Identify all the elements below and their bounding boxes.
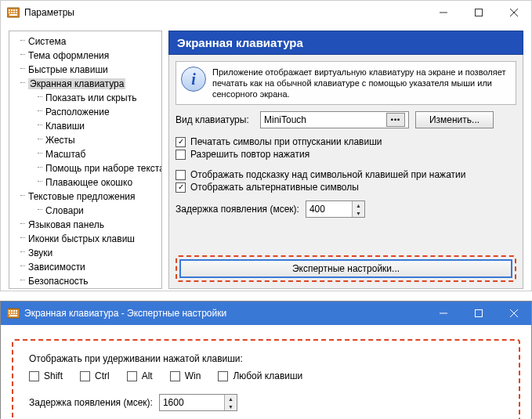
checkbox-label: Win — [185, 370, 201, 381]
checkbox-label: Shift — [44, 370, 63, 381]
tree-item[interactable]: Жесты — [11, 133, 160, 147]
tree-item-label: Быстрые клавиши — [28, 64, 108, 75]
svg-rect-19 — [9, 312, 10, 314]
svg-rect-5 — [9, 12, 10, 13]
spinner-up-icon[interactable]: ▲ — [225, 395, 237, 403]
checkbox-label: Ctrl — [95, 370, 110, 381]
checkbox-icon — [176, 137, 186, 147]
tree-item-label: Экранная клавиатура — [28, 78, 125, 89]
tree-item[interactable]: Языковая панель — [11, 218, 160, 232]
tree-item[interactable]: Система — [11, 34, 160, 49]
svg-rect-18 — [16, 310, 17, 312]
checkbox-icon — [29, 371, 39, 381]
app-icon — [7, 6, 20, 19]
minimize-button[interactable] — [425, 302, 461, 325]
svg-rect-7 — [13, 12, 15, 13]
tree-item[interactable]: Клавиши — [11, 119, 160, 133]
spinner-up-icon[interactable]: ▲ — [353, 201, 364, 209]
checkbox-icon — [218, 371, 228, 381]
svg-rect-20 — [11, 312, 13, 314]
checkbox-any-key[interactable]: Любой клавиши — [218, 370, 302, 381]
browse-button[interactable]: ••• — [386, 113, 405, 127]
change-button[interactable]: Изменить... — [415, 111, 494, 128]
maximize-button[interactable] — [461, 1, 496, 24]
checkbox-label: Отображать альтернативные символы — [190, 182, 359, 193]
spinner-down-icon[interactable]: ▼ — [353, 209, 364, 217]
close-button[interactable] — [496, 1, 531, 24]
tree-item-label: Масштаб — [45, 149, 85, 160]
close-button[interactable] — [496, 302, 531, 325]
svg-rect-8 — [16, 12, 17, 13]
tree-item[interactable]: Масштаб — [11, 147, 160, 161]
checkbox-label: Разрешить повтор нажатия — [190, 149, 309, 160]
tree-item-label: Показать или скрыть — [45, 92, 136, 103]
change-button-label: Изменить... — [429, 114, 480, 125]
checkbox-label: Любой клавиши — [233, 370, 302, 381]
delay-value: 1600 — [160, 395, 224, 410]
checkbox-label: Печатать символы при отпускании клавиши — [190, 136, 382, 147]
tree-item[interactable]: Прочие настройки — [11, 288, 160, 289]
tree-item-label: Текстовые предложения — [28, 191, 136, 202]
tree-item[interactable]: Быстрые клавиши — [11, 63, 160, 77]
minimize-button[interactable] — [425, 1, 461, 24]
checkbox-icon — [176, 170, 186, 180]
keyboard-type-field[interactable]: MiniTouch ••• — [260, 111, 409, 128]
tree-item[interactable]: Словари — [11, 204, 160, 218]
svg-rect-3 — [13, 9, 15, 11]
tree-item-label: Жесты — [45, 135, 75, 146]
tree-item[interactable]: Текстовые предложения — [11, 190, 160, 204]
content-header: Экранная клавиатура — [168, 31, 523, 55]
checkbox-shift[interactable]: Shift — [29, 370, 63, 381]
maximize-button[interactable] — [461, 302, 496, 325]
tree-item-label: Клавиши — [45, 121, 85, 132]
checkbox-print-on-release[interactable]: Печатать символы при отпускании клавиши — [176, 136, 516, 147]
delay-label: Задержка появления (мсек): — [176, 204, 299, 215]
tree-item[interactable]: Помощь при наборе текста — [11, 161, 160, 175]
expert-settings-button[interactable]: Экспертные настройки... — [179, 259, 512, 278]
svg-rect-25 — [475, 310, 482, 317]
tree-item[interactable]: Тема оформления — [11, 49, 160, 63]
svg-rect-9 — [9, 14, 17, 16]
tree-item[interactable]: Расположение — [11, 105, 160, 119]
tree-item-label: Иконки быстрых клавиш — [28, 233, 135, 244]
svg-rect-16 — [11, 310, 13, 312]
tree-item-label: Звуки — [28, 247, 52, 258]
svg-rect-4 — [16, 9, 17, 11]
checkbox-icon — [176, 150, 186, 160]
tree-item[interactable]: Звуки — [11, 246, 160, 260]
checkbox-icon — [176, 182, 186, 193]
expert-heading: Отображать при удерживании нажатой клави… — [29, 353, 503, 364]
tree-item-label: Плавающее окошко — [45, 177, 132, 188]
tree-item-label: Помощь при наборе текста — [45, 163, 162, 174]
tree-item[interactable]: Показать или скрыть — [11, 91, 160, 105]
settings-tree[interactable]: СистемаТема оформленияБыстрые клавишиЭкр… — [9, 31, 162, 289]
tree-item[interactable]: Экранная клавиатура — [11, 77, 160, 91]
tree-item[interactable]: Иконки быстрых клавиш — [11, 232, 160, 246]
checkbox-ctrl[interactable]: Ctrl — [80, 370, 110, 381]
tree-item[interactable]: Безопасность — [11, 274, 160, 288]
tree-item-label: Безопасность — [28, 276, 89, 287]
tree-item-label: Языковая панель — [28, 219, 104, 230]
checkbox-alt[interactable]: Alt — [127, 370, 153, 381]
info-text: Приложение отображает виртуальную клавиа… — [212, 67, 511, 99]
checkbox-show-hint[interactable]: Отображать подсказку над символьной клав… — [176, 169, 516, 180]
tree-item[interactable]: Зависимости — [11, 260, 160, 274]
info-box: i Приложение отображает виртуальную клав… — [176, 61, 516, 105]
tree-item-label: Тема оформления — [28, 50, 109, 61]
expert-highlight-frame: Отображать при удерживании нажатой клави… — [12, 339, 520, 419]
delay-spinner[interactable]: 400 ▲ ▼ — [306, 200, 365, 218]
window-title: Параметры — [24, 7, 425, 18]
checkbox-show-alt[interactable]: Отображать альтернативные символы — [176, 182, 516, 193]
tree-item-label: Система — [28, 36, 66, 47]
checkbox-allow-repeat[interactable]: Разрешить повтор нажатия — [176, 149, 516, 160]
checkbox-icon — [80, 371, 90, 381]
svg-rect-17 — [13, 310, 15, 312]
checkbox-label: Alt — [142, 370, 153, 381]
delay-spinner[interactable]: 1600 ▲ ▼ — [159, 394, 237, 411]
tree-item[interactable]: Плавающее окошко — [11, 175, 160, 190]
checkbox-win[interactable]: Win — [170, 370, 201, 381]
spinner-down-icon[interactable]: ▼ — [225, 403, 237, 410]
checkbox-icon — [170, 371, 180, 381]
tree-item-label: Расположение — [45, 107, 110, 117]
checkbox-icon — [127, 371, 137, 381]
